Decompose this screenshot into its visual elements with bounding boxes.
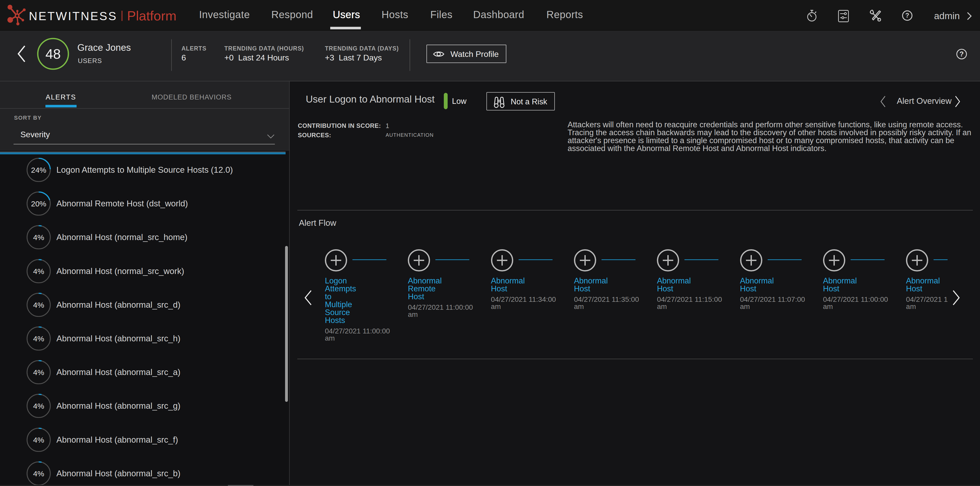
svg-text:?: ? <box>959 50 964 58</box>
svg-text:?: ? <box>905 12 909 19</box>
